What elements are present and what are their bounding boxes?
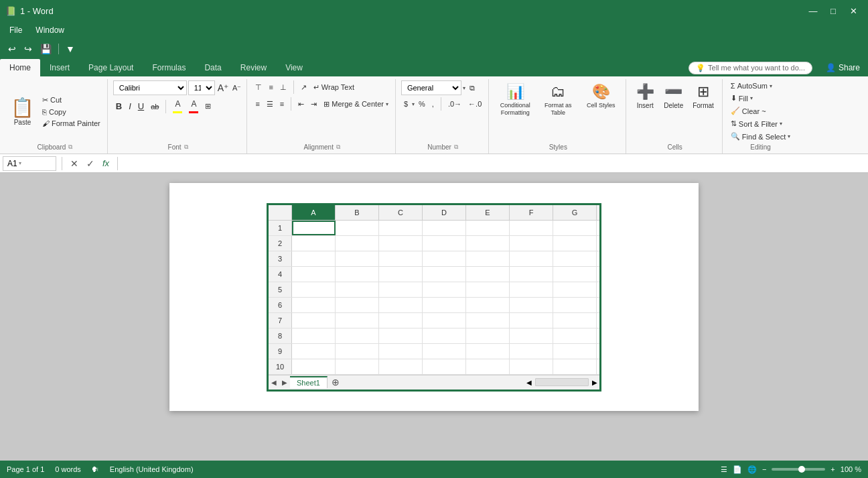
cell-b6[interactable] bbox=[336, 298, 379, 312]
cell-g4[interactable] bbox=[553, 267, 597, 282]
tab-data[interactable]: Data bbox=[195, 59, 230, 76]
cell-c10[interactable] bbox=[379, 359, 423, 374]
font-size-select[interactable]: 11 bbox=[188, 80, 215, 95]
cell-c8[interactable] bbox=[379, 328, 423, 343]
cell-e7[interactable] bbox=[466, 313, 510, 328]
cell-c1[interactable] bbox=[379, 221, 423, 235]
formula-input[interactable] bbox=[123, 156, 865, 171]
fill-button[interactable]: ⬇ Fill ▾ bbox=[728, 93, 755, 104]
format-button[interactable]: ⊞ Format bbox=[689, 80, 718, 112]
tab-review[interactable]: Review bbox=[231, 59, 276, 76]
format-as-table-button[interactable]: 🗂 Format as Table bbox=[537, 80, 579, 119]
view-layout-icon[interactable]: 📄 bbox=[733, 465, 742, 474]
currency-button[interactable]: $ bbox=[401, 99, 411, 109]
cell-reference-box[interactable]: A1 ▾ bbox=[3, 156, 56, 171]
cell-f3[interactable] bbox=[510, 251, 553, 266]
cell-e9[interactable] bbox=[466, 344, 510, 359]
cancel-formula-button[interactable]: ✕ bbox=[68, 157, 81, 170]
cell-a7[interactable] bbox=[292, 313, 336, 328]
cell-g6[interactable] bbox=[553, 298, 597, 312]
cell-b8[interactable] bbox=[336, 328, 379, 343]
cell-d2[interactable] bbox=[423, 236, 466, 251]
cell-a6[interactable] bbox=[292, 298, 336, 312]
cell-e1[interactable] bbox=[466, 221, 510, 235]
menu-file[interactable]: File bbox=[3, 23, 29, 37]
cell-c7[interactable] bbox=[379, 313, 423, 328]
menu-window[interactable]: Window bbox=[29, 23, 71, 37]
cell-b2[interactable] bbox=[336, 236, 379, 251]
cell-c4[interactable] bbox=[379, 267, 423, 282]
zoom-out-button[interactable]: − bbox=[762, 465, 766, 473]
borders-button[interactable]: ⊞ bbox=[202, 101, 214, 112]
autosum-button[interactable]: Σ AutoSum ▾ bbox=[728, 80, 775, 91]
merge-center-button[interactable]: ⊞ Merge & Center ▾ bbox=[321, 99, 391, 110]
cell-e2[interactable] bbox=[466, 236, 510, 251]
align-left-button[interactable]: ≡ bbox=[252, 99, 262, 109]
cell-d9[interactable] bbox=[423, 344, 466, 359]
decrease-indent-button[interactable]: ⇤ bbox=[295, 99, 307, 110]
cell-f6[interactable] bbox=[510, 298, 553, 312]
cell-e5[interactable] bbox=[466, 282, 510, 297]
minimize-button[interactable]: — bbox=[804, 4, 822, 17]
cell-e6[interactable] bbox=[466, 298, 510, 312]
confirm-formula-button[interactable]: ✓ bbox=[84, 157, 97, 170]
conditional-formatting-button[interactable]: 📊 Conditional Formatting bbox=[494, 80, 536, 119]
cell-d8[interactable] bbox=[423, 328, 466, 343]
cell-a2[interactable] bbox=[292, 236, 336, 251]
strikethrough-button[interactable]: ab bbox=[148, 101, 161, 112]
horizontal-scrollbar[interactable] bbox=[535, 378, 589, 386]
cell-a3[interactable] bbox=[292, 251, 336, 266]
cell-styles-button[interactable]: 🎨 Cell Styles bbox=[580, 80, 622, 112]
cut-button[interactable]: ✂ Cut bbox=[40, 95, 103, 106]
insert-button[interactable]: ➕ Insert bbox=[632, 80, 658, 112]
cell-a9[interactable] bbox=[292, 344, 336, 359]
cell-g10[interactable] bbox=[553, 359, 597, 374]
cell-b5[interactable] bbox=[336, 282, 379, 297]
tab-page-layout[interactable]: Page Layout bbox=[79, 59, 143, 76]
bold-button[interactable]: B bbox=[113, 100, 125, 113]
cell-d7[interactable] bbox=[423, 313, 466, 328]
cell-e10[interactable] bbox=[466, 359, 510, 374]
qat-dropdown[interactable]: ▼ bbox=[63, 42, 78, 56]
cell-f1[interactable] bbox=[510, 221, 553, 235]
increase-indent-button[interactable]: ⇥ bbox=[308, 99, 319, 110]
tab-view[interactable]: View bbox=[276, 59, 312, 76]
cell-e4[interactable] bbox=[466, 267, 510, 282]
fill-color-button[interactable]: A bbox=[170, 98, 185, 115]
cell-a1[interactable] bbox=[292, 221, 336, 235]
cell-g8[interactable] bbox=[553, 328, 597, 343]
view-web-icon[interactable]: 🌐 bbox=[747, 465, 757, 474]
save-button[interactable]: 💾 bbox=[38, 42, 54, 56]
align-middle-button[interactable]: ≡ bbox=[266, 82, 275, 93]
cell-b3[interactable] bbox=[336, 251, 379, 266]
format-painter-button[interactable]: 🖌 Format Painter bbox=[40, 118, 103, 129]
tab-home[interactable]: Home bbox=[0, 59, 40, 76]
font-family-select[interactable]: Calibri bbox=[113, 80, 187, 95]
maximize-button[interactable]: □ bbox=[824, 4, 843, 17]
percent-button[interactable]: % bbox=[416, 99, 428, 109]
wrap-text-button[interactable]: ↵ Wrap Text bbox=[311, 82, 357, 93]
col-header-c[interactable]: C bbox=[379, 205, 423, 220]
increase-font-size-button[interactable]: A⁺ bbox=[216, 82, 230, 94]
redo-button[interactable]: ↪ bbox=[21, 42, 35, 56]
tab-formulas[interactable]: Formulas bbox=[143, 59, 195, 76]
align-top-button[interactable]: ⊤ bbox=[252, 82, 265, 93]
cell-b7[interactable] bbox=[336, 313, 379, 328]
col-header-f[interactable]: F bbox=[510, 205, 553, 220]
tell-me-box[interactable]: 💡 Tell me what you want to do... bbox=[689, 62, 812, 74]
cell-g9[interactable] bbox=[553, 344, 597, 359]
col-header-e[interactable]: E bbox=[466, 205, 510, 220]
cell-g3[interactable] bbox=[553, 251, 597, 266]
cell-e8[interactable] bbox=[466, 328, 510, 343]
cell-c3[interactable] bbox=[379, 251, 423, 266]
cell-d5[interactable] bbox=[423, 282, 466, 297]
cell-b10[interactable] bbox=[336, 359, 379, 374]
paste-button[interactable]: 📋 Paste bbox=[7, 80, 38, 142]
sheet-nav-prev[interactable]: ◀ bbox=[269, 377, 279, 387]
underline-button[interactable]: U bbox=[135, 100, 147, 113]
cell-c9[interactable] bbox=[379, 344, 423, 359]
cell-f8[interactable] bbox=[510, 328, 553, 343]
cell-d6[interactable] bbox=[423, 298, 466, 312]
col-header-a[interactable]: A bbox=[292, 205, 336, 220]
cell-d4[interactable] bbox=[423, 267, 466, 282]
